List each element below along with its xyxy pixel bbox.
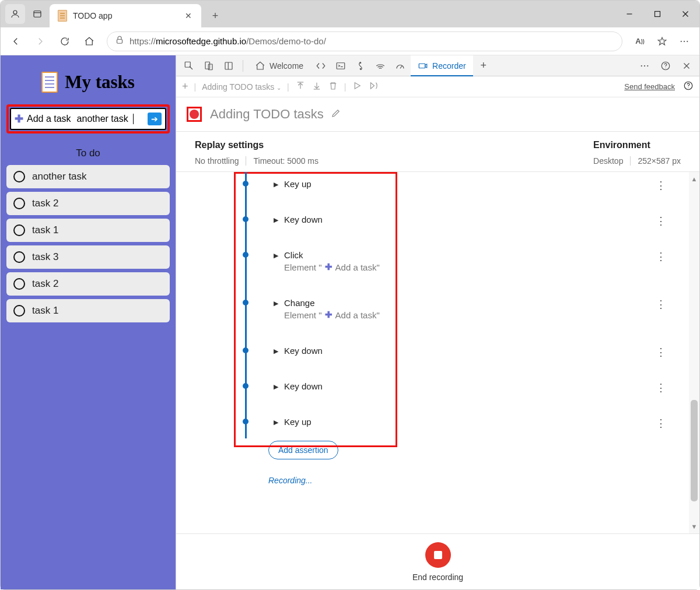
elements-icon[interactable] [312,58,330,74]
expand-icon[interactable]: ▶ [274,216,278,224]
recording-indicator-icon [190,110,199,119]
tab-close-button[interactable]: ✕ [181,9,195,23]
tab-welcome[interactable]: Welcome [248,55,310,76]
browser-tab[interactable]: TODO app ✕ [50,4,201,27]
dock-icon[interactable] [219,58,238,74]
task-item[interactable]: task 1 [6,219,170,242]
site-info-icon[interactable] [114,35,125,47]
expand-icon[interactable]: ▶ [274,300,278,307]
checkbox-icon[interactable] [13,171,25,182]
scroll-thumb[interactable] [691,400,698,501]
recording-status: Recording... [268,476,689,485]
step-menu-icon[interactable]: ⋮ [656,346,667,359]
tab-title: TODO app [73,11,112,20]
step-menu-icon[interactable]: ⋮ [656,179,667,192]
send-feedback-link[interactable]: Send feedback [624,82,675,91]
step-item[interactable]: ▶ Key up ⋮ [247,417,689,438]
svg-point-9 [684,40,685,41]
favorite-icon[interactable] [652,31,673,52]
end-recording-button[interactable] [425,542,451,568]
step-label: Key down [284,381,323,391]
task-item[interactable]: task 2 [6,272,170,296]
device-toggle-icon[interactable] [200,58,218,74]
sources-icon[interactable] [351,58,370,74]
add-task-value: another task [77,114,128,124]
step-item[interactable]: ▶ Key up ⋮ [247,179,689,215]
step-item[interactable]: ▶ Key down ⋮ [247,381,689,417]
add-assertion-button[interactable]: Add assertion [268,441,338,459]
new-recording-button[interactable]: + [182,80,188,93]
scrollbar[interactable]: ▲ ▼ [689,172,699,533]
new-tab-button[interactable]: + [206,6,225,25]
delete-icon[interactable] [328,80,338,93]
step-item[interactable]: ▶ Click Element "✚ Add a task" ⋮ [247,250,689,298]
throttling-value[interactable]: No throttling [195,156,239,166]
replay-settings-heading: Replay settings [195,140,318,150]
todo-section-title: To do [6,148,170,159]
expand-icon[interactable]: ▶ [274,419,278,426]
inspect-icon[interactable] [180,58,198,74]
svg-rect-12 [205,62,210,69]
submit-task-button[interactable]: ➔ [148,113,162,125]
task-item[interactable]: task 3 [6,245,170,269]
window-close-button[interactable] [671,1,699,27]
environment-heading: Environment [593,140,681,150]
app-title: My tasks [65,72,135,93]
checkbox-icon[interactable] [13,305,25,317]
script-dropdown[interactable]: Adding TODO tasks ⌄ [202,82,281,92]
checkbox-icon[interactable] [13,278,25,290]
stop-icon [434,551,442,559]
step-menu-icon[interactable]: ⋮ [656,250,667,263]
step-menu-icon[interactable]: ⋮ [656,417,667,430]
help-icon[interactable] [656,58,675,74]
window-maximize-button[interactable] [643,1,671,27]
task-label: task 3 [32,251,58,263]
console-icon[interactable] [331,58,350,74]
checkbox-icon[interactable] [13,224,25,236]
step-item[interactable]: ▶ Change Element "✚ Add a task" ⋮ [247,298,689,346]
performance-icon[interactable] [391,58,410,74]
svg-point-24 [647,65,648,66]
refresh-button[interactable] [54,31,75,52]
replay-icon[interactable] [352,80,362,93]
step-item[interactable]: ▶ Key down ⋮ [247,346,689,381]
step-menu-icon[interactable]: ⋮ [656,381,667,394]
tab-actions-icon[interactable] [27,4,47,24]
devtools-more-icon[interactable] [635,58,654,74]
task-item[interactable]: task 1 [6,299,170,322]
devtools-close-button[interactable] [677,58,696,74]
edit-title-icon[interactable] [331,107,341,122]
clipboard-icon [41,72,58,93]
timeout-value[interactable]: Timeout: 5000 ms [253,156,318,166]
window-minimize-button[interactable] [615,1,643,27]
address-bar[interactable]: https://microsoftedge.github.io/Demos/de… [107,31,622,51]
task-item[interactable]: another task [6,165,170,188]
task-item[interactable]: task 2 [6,192,170,215]
expand-icon[interactable]: ▶ [274,383,278,391]
home-button[interactable] [79,31,100,52]
settings-menu-icon[interactable] [674,31,695,52]
step-label: Key down [284,346,323,356]
back-button[interactable] [5,31,26,52]
expand-icon[interactable]: ▶ [274,252,278,259]
profile-icon[interactable] [5,4,25,24]
scroll-up-icon[interactable]: ▲ [690,174,699,184]
svg-point-26 [665,68,666,68]
read-aloud-icon[interactable]: A)) [629,31,650,52]
expand-icon[interactable]: ▶ [274,347,278,355]
step-icon[interactable] [368,80,379,93]
checkbox-icon[interactable] [13,198,25,209]
scroll-down-icon[interactable]: ▼ [690,522,699,531]
toolbar-help-icon[interactable] [683,80,694,93]
network-icon[interactable] [371,58,390,74]
import-icon[interactable] [312,80,322,93]
add-task-input[interactable]: ✚ Add a task another task ➔ [10,108,166,130]
step-item[interactable]: ▶ Key down ⋮ [247,215,689,250]
step-menu-icon[interactable]: ⋮ [656,215,667,227]
expand-icon[interactable]: ▶ [274,181,278,188]
step-menu-icon[interactable]: ⋮ [656,298,667,311]
export-icon[interactable] [295,80,306,93]
checkbox-icon[interactable] [13,251,25,263]
more-tabs-button[interactable]: + [474,58,493,74]
tab-recorder[interactable]: Recorder [411,55,473,76]
